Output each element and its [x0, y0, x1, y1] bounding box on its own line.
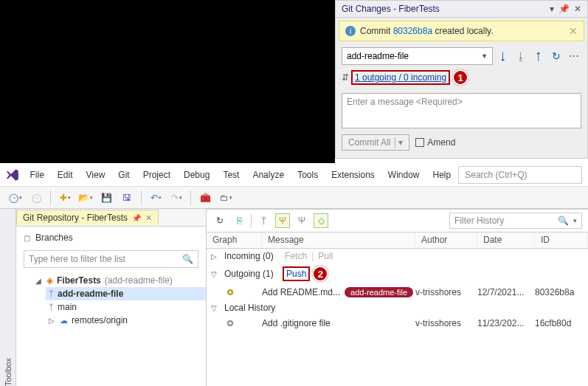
menu-view[interactable]: View	[80, 167, 111, 183]
commit-dot-icon	[227, 320, 233, 326]
lower-area: Toolbox Git Repository - FiberTests 📌 ✕ …	[0, 209, 588, 386]
commit-row-outgoing[interactable]: Add README.md... add-readme-file v-triss…	[207, 284, 588, 300]
pull-icon[interactable]: ⭳	[513, 49, 528, 63]
menu-debug[interactable]: Debug	[178, 167, 215, 183]
nav-fwd-button[interactable]: ◯→	[27, 189, 46, 207]
col-date[interactable]: Date	[477, 232, 535, 248]
remotes-node[interactable]: ▷ ☁ remotes/origin	[46, 314, 206, 327]
tab-title: Git Repository - FiberTests	[23, 213, 128, 223]
compare-icon[interactable]: ⎘	[232, 213, 246, 228]
search-icon: 🔍	[182, 254, 193, 264]
outgoing-group[interactable]: ▽ Outgoing (1) Push 2	[207, 263, 588, 284]
branches-header[interactable]: ▢ Branches	[16, 230, 206, 246]
branch-main[interactable]: ᛉ main	[46, 300, 206, 314]
commit-date: 12/7/2021...	[477, 287, 535, 297]
tab-close-icon[interactable]: ✕	[145, 213, 152, 223]
menu-test[interactable]: Test	[217, 167, 245, 183]
main-toolbar: ◯←▾ ◯→ ✚▾ 📂▾ 💾 🖫 ↶▾ ↷▾ 🧰 🗀▾	[0, 187, 588, 209]
branch-pill: add-readme-file	[345, 287, 413, 297]
incoming-group[interactable]: ▷ Incoming (0) Fetch | Pull	[207, 249, 588, 263]
history-filter-placeholder: Filter History	[454, 216, 504, 226]
commit-row-local[interactable]: Add .gitignore file v-trisshores 11/23/2…	[207, 315, 588, 331]
commit-all-button[interactable]: Commit All ▾	[342, 134, 409, 151]
commit-author: v-trisshores	[415, 318, 477, 328]
filter-placeholder: Type here to filter the list	[29, 254, 125, 264]
branch-graph-icon[interactable]: ᛘ	[256, 213, 271, 228]
menu-tools[interactable]: Tools	[291, 167, 324, 183]
tag-icon[interactable]: ◇	[314, 213, 328, 228]
commit-message-placeholder: Enter a message <Required>	[347, 97, 463, 107]
push-icon[interactable]: ⭡	[531, 49, 546, 63]
vs-logo-icon[interactable]	[6, 168, 20, 182]
git-changes-title: Git Changes - FiberTests	[342, 4, 440, 14]
git-changes-panel: Git Changes - FiberTests ▾ 📌 ✕ i Commit …	[335, 0, 588, 159]
caret-down-icon: ◢	[35, 277, 43, 285]
menu-edit[interactable]: Edit	[52, 167, 79, 183]
open-button[interactable]: 📂▾	[76, 189, 95, 207]
menu-extensions[interactable]: Extensions	[325, 167, 381, 183]
outgoing-label: Outgoing (1)	[224, 269, 274, 279]
commit-dropdown-icon[interactable]: ▾	[395, 137, 403, 148]
branch-add-readme-file[interactable]: ᛉ add-readme-file	[46, 287, 206, 300]
commit-message: Add .gitignore file	[262, 318, 331, 328]
branch-name: add-readme-file	[347, 51, 409, 61]
push-link[interactable]: Push	[285, 269, 308, 279]
remotes-label: remotes/origin	[72, 315, 128, 325]
menu-window[interactable]: Window	[382, 167, 426, 183]
col-message[interactable]: Message	[262, 232, 415, 248]
commit-message-input[interactable]: Enter a message <Required>	[342, 93, 581, 128]
branch-dropdown[interactable]: add-readme-file ▼	[342, 47, 493, 65]
branch-label: main	[58, 302, 77, 312]
close-icon[interactable]: ✕	[574, 4, 581, 14]
col-author[interactable]: Author	[415, 232, 477, 248]
infobar-close-icon[interactable]: ✕	[569, 25, 578, 37]
commit-hash-link[interactable]: 80326b8a	[393, 26, 432, 36]
history-columns: Graph Message Author Date ID	[207, 232, 588, 249]
menu-git[interactable]: Git	[112, 167, 135, 183]
collapse-icon: ▢	[24, 234, 31, 242]
search-input[interactable]: Search (Ctrl+Q)	[458, 166, 582, 184]
toolbox-sidebar[interactable]: Toolbox	[0, 209, 16, 386]
pin-icon[interactable]: 📌	[558, 4, 570, 14]
visual-studio-shell: File Edit View Git Project Debug Test An…	[0, 163, 588, 386]
window-menu-icon[interactable]: ▾	[550, 4, 554, 14]
menu-file[interactable]: File	[24, 167, 50, 183]
refresh-icon[interactable]: ↻	[212, 213, 227, 228]
outgoing-incoming-link[interactable]: 1 outgoing / 0 incoming	[353, 72, 448, 83]
save-button[interactable]: 💾	[97, 189, 116, 207]
menu-analyze[interactable]: Analyze	[246, 167, 290, 183]
nav-back-button[interactable]: ◯←▾	[6, 189, 25, 207]
filter-yellow-icon[interactable]: Ψ	[275, 213, 290, 228]
info-text: Commit 80326b8a created locally.	[360, 26, 494, 36]
more-icon[interactable]: ⋯	[567, 49, 581, 63]
branch-filter-input[interactable]: Type here to filter the list 🔍	[24, 250, 198, 268]
cloud-icon: ☁	[60, 316, 68, 325]
undo-button[interactable]: ↶▾	[146, 189, 165, 207]
menu-project[interactable]: Project	[137, 167, 176, 183]
col-graph[interactable]: Graph	[207, 232, 262, 248]
amend-checkbox[interactable]: Amend	[415, 137, 455, 148]
fetch-icon[interactable]: ⭣	[496, 49, 511, 63]
filter-grey-icon[interactable]: Ψ	[294, 213, 309, 228]
pin-icon[interactable]: 📌	[132, 214, 141, 222]
new-button[interactable]: ✚▾	[55, 189, 75, 207]
repo-icon: ◈	[46, 275, 53, 286]
redo-button[interactable]: ↷▾	[167, 189, 186, 207]
repo-node[interactable]: ◢ ◈ FiberTests (add-readme-file)	[32, 274, 206, 287]
menu-help[interactable]: Help	[427, 167, 457, 183]
history-toolbar: ↻ ⎘ ᛘ Ψ Ψ ◇ Filter History 🔍 ▾	[207, 210, 588, 232]
git-repository-panel: Git Repository - FiberTests 📌 ✕ ▢ Branch…	[16, 209, 207, 386]
col-id[interactable]: ID	[535, 232, 588, 248]
local-history-group[interactable]: ▽ Local History	[207, 300, 588, 315]
history-filter-input[interactable]: Filter History 🔍 ▾	[449, 213, 582, 229]
doc-tab-strip: Git Repository - FiberTests 📌 ✕	[16, 209, 206, 227]
save-all-button[interactable]: 🖫	[117, 189, 136, 207]
history-body: ▷ Incoming (0) Fetch | Pull ▽ Outgoing (…	[207, 249, 588, 331]
toolbox-button[interactable]: 🧰	[196, 189, 215, 207]
commit-created-infobar: i Commit 80326b8a created locally. ✕	[339, 21, 584, 41]
fetch-link: Fetch	[285, 251, 307, 261]
history-panel: ↻ ⎘ ᛘ Ψ Ψ ◇ Filter History 🔍 ▾ Graph Mes…	[207, 209, 588, 386]
git-repository-tab[interactable]: Git Repository - FiberTests 📌 ✕	[16, 210, 159, 225]
explorer-button[interactable]: 🗀▾	[216, 189, 235, 207]
sync-icon[interactable]: ↻	[549, 49, 564, 63]
